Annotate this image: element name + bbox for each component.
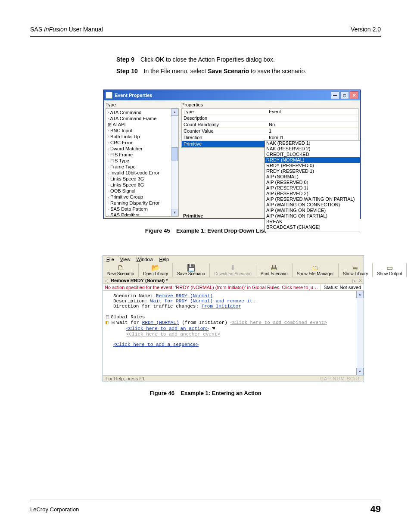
tree-item[interactable]: · Primitive Group: [108, 194, 177, 200]
property-value[interactable]: No: [267, 121, 358, 128]
tree-scroll-up-icon[interactable]: ▲: [171, 109, 178, 116]
menu-file[interactable]: File: [106, 257, 114, 262]
tree-item[interactable]: · OOB Signal: [108, 188, 177, 194]
step-pre: In the File menu, select: [144, 68, 208, 75]
property-key: Count Randomly: [182, 121, 267, 128]
dropdown-option[interactable]: AIP (RESERVED 1): [265, 185, 360, 191]
tree-item[interactable]: · Invalid 10bit-code Error: [108, 170, 177, 176]
tree-item[interactable]: · CRC Error: [108, 140, 177, 146]
show-file-manager-button[interactable]: 🗀Show File Manager: [293, 263, 339, 277]
print-scenario-button[interactable]: 🖶Print Scenario: [256, 263, 293, 277]
dropdown-option[interactable]: AIP (RESERVED 2): [265, 191, 360, 196]
add-another-event-link[interactable]: <Click here to add another event>: [126, 332, 220, 337]
step-label: Step 10: [116, 68, 138, 75]
dropdown-option[interactable]: CREDIT_BLOCKED: [265, 152, 360, 157]
new-scenario-label: New Scenario: [107, 271, 134, 276]
titlebar[interactable]: Event Properties — □ ✕: [104, 90, 360, 100]
dropdown-option[interactable]: AIP (RESERVED WAITING ON PARTIAL): [265, 196, 360, 202]
property-row[interactable]: Count RandomlyNo: [182, 121, 358, 128]
dropdown-option[interactable]: RRDY (NORMAL): [265, 157, 360, 163]
show-library-label: Show Library: [343, 271, 368, 276]
tree-item[interactable]: · SAS Data Pattern: [108, 206, 177, 212]
property-value[interactable]: 1: [267, 128, 358, 134]
primitive-dropdown-list[interactable]: NAK (RESERVED 1)NAK (RESERVED 2)CREDIT_B…: [265, 140, 360, 231]
add-action-link[interactable]: <Click here to add an action>: [126, 326, 209, 331]
tree-scroll-down-icon[interactable]: ▼: [171, 209, 178, 216]
dropdown-option[interactable]: AIP (NORMAL): [265, 174, 360, 180]
show-output-button[interactable]: ▭Show Output: [373, 263, 407, 277]
property-value[interactable]: from I1: [267, 134, 358, 140]
editor-area[interactable]: Scenario Name: Remove RRDY (Normal) Desc…: [103, 291, 364, 376]
property-row[interactable]: Counter Value1: [182, 128, 358, 134]
menu-help[interactable]: Help: [159, 257, 169, 262]
dropdown-option[interactable]: RRDY (RESERVED 1): [265, 168, 360, 174]
tree-item[interactable]: · Links Speed 3G: [108, 176, 177, 182]
direction-link[interactable]: From Initiator: [202, 304, 241, 309]
tree-scrollbar-thumb[interactable]: [171, 147, 178, 161]
tree-item[interactable]: ⊞ ATAPI: [108, 121, 177, 128]
save-scenario-button[interactable]: 💾Save Scenario: [173, 263, 210, 277]
tab-next-icon[interactable]: ▷: [352, 278, 356, 283]
property-row[interactable]: TypeEvent: [182, 109, 358, 115]
tab-scenario[interactable]: Remove RRDY (Normal) *: [111, 278, 168, 283]
wait-prefix: Wait for: [116, 320, 142, 325]
tree-item[interactable]: · FIS Frame: [108, 152, 177, 158]
dropdown-option[interactable]: AIP (WAITING ON DEVICE): [265, 208, 360, 213]
tree-collapse-icon[interactable]: ⊟: [106, 314, 111, 319]
open-library-label: Open Library: [143, 271, 168, 276]
tree-item[interactable]: · Both Links Up: [108, 134, 177, 140]
menu-window[interactable]: Window: [136, 257, 153, 262]
tree-item[interactable]: · SAS Primitive: [108, 212, 177, 217]
minimize-button[interactable]: —: [331, 91, 339, 99]
header-suffix: User Manual: [67, 26, 103, 33]
show-library-button[interactable]: ≣Show Library: [339, 263, 373, 277]
menu-view[interactable]: View: [120, 257, 131, 262]
warning-message[interactable]: No action specified for the event: 'RRDY…: [103, 284, 321, 290]
scenario-name-link[interactable]: Remove RRDY (Normal): [156, 293, 213, 299]
dropdown-option[interactable]: BROADCAST (SES): [265, 230, 360, 231]
dropdown-option[interactable]: BREAK: [265, 219, 360, 224]
dropdown-option[interactable]: NAK (RESERVED 1): [265, 140, 360, 146]
new-scenario-button[interactable]: 🗋New Scenario: [103, 263, 139, 277]
tree-collapse-icon[interactable]: ⊟: [111, 320, 116, 325]
dropdown-option[interactable]: BROADCAST (CHANGE): [265, 224, 360, 230]
close-button[interactable]: ✕: [350, 91, 358, 99]
print-scenario-label: Print Scenario: [261, 271, 288, 276]
dialog-title: Event Properties: [115, 93, 152, 98]
tree-item[interactable]: · ATA Command: [108, 109, 177, 115]
statusbar-indicators: CAP NUM SCRL: [320, 376, 361, 381]
dropdown-option[interactable]: AIP (RESERVED 0): [265, 180, 360, 185]
property-row[interactable]: Description: [182, 115, 358, 121]
property-value[interactable]: [267, 115, 358, 121]
tree-item[interactable]: · Running Disparity Error: [108, 200, 177, 206]
tab-prev-icon[interactable]: ◁: [105, 278, 108, 283]
tree-item[interactable]: · BNC Input: [108, 128, 177, 134]
tab-close-icon[interactable]: ✕: [358, 278, 362, 283]
tree-item[interactable]: · Frame Type: [108, 164, 177, 170]
warning-bar: No action specified for the event: 'RRDY…: [103, 284, 364, 291]
property-value[interactable]: Event: [267, 109, 358, 115]
type-tree[interactable]: · ATA Command· ATA Command Frame⊞ ATAPI·…: [106, 108, 179, 217]
wait-event-link[interactable]: RRDY (NORMAL): [142, 320, 179, 325]
tree-item[interactable]: · Dword Matcher: [108, 146, 177, 152]
tree-scrollbar-track[interactable]: [171, 115, 178, 209]
footer-company: LeCroy Corporation: [30, 506, 79, 513]
editor-scroll-up-icon[interactable]: ▲: [356, 291, 364, 298]
tree-item[interactable]: · FIS Type: [108, 158, 177, 164]
open-library-button[interactable]: 📂Open Library: [139, 263, 173, 277]
tree-item[interactable]: · ATA Command Frame: [108, 115, 177, 121]
description-link[interactable]: Wait for RRDY (Normal) and remove it.: [150, 299, 255, 304]
dropdown-option[interactable]: AIP (WAITING ON PARTIAL): [265, 213, 360, 219]
dropdown-option[interactable]: AIP (WAITING ON CONNECTION): [265, 202, 360, 208]
dropdown-option[interactable]: NAK (RESERVED 2): [265, 146, 360, 152]
editor-scrollbar-track[interactable]: [357, 298, 364, 368]
print-scenario-icon: 🖶: [261, 264, 288, 271]
add-sequence-link[interactable]: <Click here to add a sequence>: [113, 342, 199, 347]
property-key: Direction: [182, 134, 267, 140]
tree-item[interactable]: · Links Speed 6G: [108, 182, 177, 188]
maximize-button[interactable]: □: [340, 91, 349, 99]
toolbar: 🗋New Scenario📂Open Library💾Save Scenario…: [103, 263, 364, 277]
add-combined-event-link[interactable]: <Click here to add combined event>: [230, 320, 327, 325]
editor-scroll-down-icon[interactable]: ▼: [356, 368, 364, 375]
dropdown-option[interactable]: RRDY (RESERVED 0): [265, 163, 360, 168]
